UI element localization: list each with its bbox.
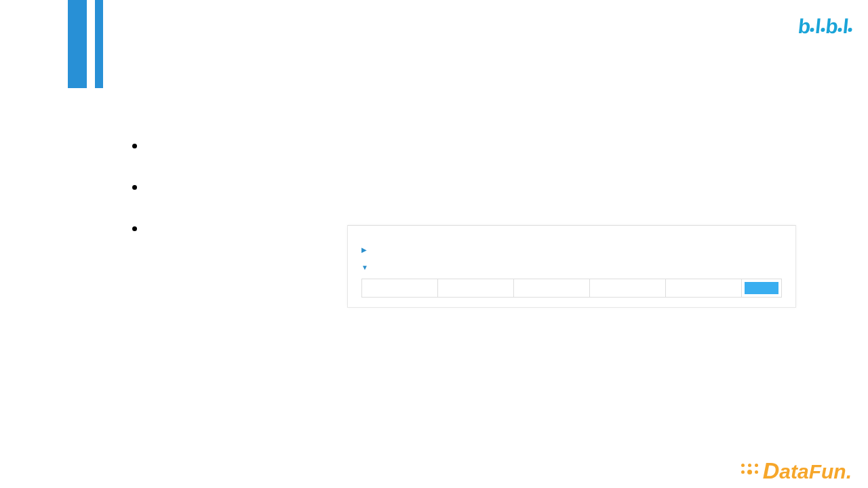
table-row (362, 279, 782, 297)
task-progress-bar (745, 282, 778, 294)
triangle-right-icon: ▶ (361, 246, 367, 253)
dots-icon (740, 462, 760, 480)
bullet-list (119, 134, 336, 258)
yarn-log-output (349, 76, 783, 222)
datafun-logo: DataFun. (740, 458, 852, 484)
cell-duration (589, 279, 665, 297)
event-timeline-toggle[interactable]: ▶ (361, 245, 782, 254)
bullet-item (146, 175, 336, 199)
completed-jobs-toggle[interactable]: ▼ (361, 261, 782, 272)
brand-bars (68, 0, 103, 88)
cell-stages (665, 279, 741, 297)
bullet-item (146, 134, 336, 157)
bilibili-logo: blbl (797, 15, 854, 38)
cell-tasks (741, 279, 781, 297)
triangle-down-icon: ▼ (361, 264, 368, 271)
cell-submitted (513, 279, 589, 297)
cell-description (437, 279, 513, 297)
cell-job-id (362, 279, 438, 297)
spark-body: ▶ ▼ (348, 226, 795, 307)
accent-bar (68, 0, 87, 88)
accent-bar-thin (95, 0, 103, 88)
bullet-item (146, 216, 336, 240)
spark-ui-panel: ▶ ▼ (347, 225, 796, 308)
slide: ▶ ▼ (0, 0, 868, 488)
completed-jobs-table (361, 279, 782, 298)
